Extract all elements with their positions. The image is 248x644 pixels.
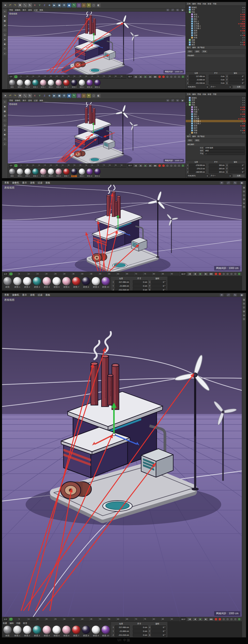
material-swatch[interactable]: 材质.10 — [101, 277, 110, 288]
material-swatch[interactable]: 材质.4 — [40, 168, 47, 177]
visibility-dot[interactable] — [244, 37, 245, 38]
layout-icon[interactable]: ▤ — [243, 298, 245, 301]
attribute-value[interactable]: ✓ — [204, 152, 245, 155]
attribute-value[interactable]: UVW 贴图 — [204, 147, 245, 149]
material-swatch[interactable]: 材质.9 — [79, 168, 85, 177]
camera-icon[interactable]: ▢ — [91, 94, 96, 98]
keyframe-parameter-button[interactable] — [234, 618, 237, 621]
viewport-menu-item[interactable]: 面板 — [45, 181, 50, 185]
points-mode-icon[interactable]: ∴ — [3, 28, 7, 32]
current-frame-field[interactable]: 0 F — [9, 75, 13, 78]
scroll-down-icon[interactable]: ▼ — [243, 205, 245, 208]
viewport-3d[interactable]: 透视视图 网格间距 : 1000 cm — [2, 297, 242, 617]
move-tool-icon[interactable]: ✥ — [18, 3, 22, 7]
viewport-menu-item[interactable]: 过滤 — [34, 99, 37, 102]
snap-icon[interactable]: ◉ — [3, 42, 7, 46]
zoom-view-icon[interactable]: ⤢ — [227, 181, 230, 184]
texture-tag-icon[interactable] — [243, 16, 245, 18]
rotate-tool-icon[interactable]: ↻ — [28, 3, 32, 7]
layers-panel-icon[interactable]: ▥ — [243, 198, 245, 201]
go-to-end-button[interactable]: ▶▶ — [153, 75, 157, 79]
material-swatch[interactable]: 材质.7 — [63, 168, 70, 177]
timeline-ruler[interactable]: 051015202530354045505560657075808590 — [9, 617, 180, 621]
visibility-dot[interactable] — [244, 104, 245, 105]
material-swatch[interactable]: 材质.3 — [32, 168, 39, 177]
render-picture-viewer-icon[interactable]: ▣ — [57, 3, 61, 7]
texture-tag-icon[interactable] — [243, 109, 245, 110]
visibility-dot[interactable] — [242, 111, 243, 112]
visibility-dot[interactable] — [240, 114, 241, 115]
model-mode-icon[interactable]: ◆ — [3, 105, 7, 109]
autokey-button[interactable] — [162, 164, 165, 167]
make-editable-icon[interactable]: ⟡ — [3, 100, 7, 104]
attribute-tab[interactable]: 标签 — [194, 139, 200, 142]
visibility-dot[interactable] — [244, 28, 245, 29]
next-frame-button[interactable]: ▶| — [204, 272, 208, 276]
rotation-field[interactable]: 0 ° — [228, 164, 245, 167]
scale-tool-icon[interactable]: ⤡ — [23, 94, 27, 98]
next-frame-button[interactable]: ▶| — [148, 164, 152, 167]
texture-mode-icon[interactable]: ▦ — [3, 109, 7, 113]
y-axis-lock-button[interactable]: Y — [37, 3, 42, 7]
material-swatch[interactable]: 材质.10 — [86, 168, 93, 177]
material-menu[interactable]: 编辑 — [10, 622, 14, 625]
material-swatch[interactable]: 材质.1 — [17, 79, 23, 88]
keyframe-parameter-button[interactable] — [234, 272, 237, 275]
visibility-dot[interactable] — [240, 118, 241, 119]
coord-mode-select[interactable]: 对象(相对)▾ — [187, 85, 209, 89]
redo-icon[interactable]: ↷ — [13, 94, 17, 98]
viewport-3d[interactable]: 透视视图 网格间距 : 1000 cm — [2, 185, 242, 272]
material-menu[interactable]: 功能 — [16, 622, 20, 625]
visibility-dot[interactable] — [242, 37, 243, 38]
viewport-filter-icon[interactable]: ◒ — [3, 51, 7, 55]
keyframe-position-button[interactable] — [166, 164, 169, 167]
viewport-menu-item[interactable]: 过滤 — [34, 9, 37, 11]
visibility-dot[interactable] — [244, 40, 245, 41]
material-swatch[interactable]: 材质.7 — [72, 277, 81, 288]
visibility-dot[interactable] — [240, 130, 241, 131]
keyframe-scale-button[interactable] — [226, 618, 229, 621]
material-menu[interactable]: 纹理 — [23, 622, 27, 625]
material-swatch[interactable]: 材质.2 — [24, 168, 31, 177]
viewport-menu-item[interactable]: 过滤 — [38, 181, 42, 185]
rotation-field[interactable]: 0 ° — [228, 81, 245, 85]
go-to-start-button[interactable]: |◀ — [134, 164, 138, 167]
zoom-view-icon[interactable]: ⤢ — [227, 294, 230, 296]
visibility-dot[interactable] — [242, 30, 243, 31]
render-view-icon[interactable]: ▶ — [52, 94, 57, 98]
material-swatch[interactable]: 材质.9 — [91, 277, 100, 288]
autokey-button[interactable] — [162, 75, 165, 78]
viewport-menu-item[interactable]: 查看 — [9, 9, 13, 11]
viewport-3d[interactable]: 透视视图 网格间距 : 1000 cm — [8, 102, 185, 163]
visibility-dot[interactable] — [244, 7, 245, 8]
render-settings-icon[interactable]: ⚙ — [62, 3, 66, 7]
visibility-dot[interactable] — [244, 128, 245, 129]
previous-frame-button[interactable]: ◀ — [193, 617, 197, 621]
current-frame-marker[interactable] — [14, 75, 17, 78]
material-swatch[interactable]: 材质.1 — [17, 168, 23, 177]
visibility-dot[interactable] — [242, 102, 243, 103]
end-frame-field[interactable]: 90 F — [127, 75, 133, 78]
z-axis-lock-button[interactable]: Z — [42, 94, 47, 98]
keyframe-parameter-button[interactable] — [177, 164, 181, 167]
position-field[interactable]: -278.039 cm — [189, 164, 206, 167]
visibility-dot[interactable] — [242, 116, 243, 117]
visibility-dot[interactable] — [244, 102, 245, 103]
texture-tag-icon[interactable] — [243, 125, 245, 127]
previous-frame-button[interactable]: ◀ — [193, 272, 197, 276]
size-mode-select[interactable]: 尺寸 +▾ — [210, 85, 231, 89]
polygons-mode-icon[interactable]: ▲ — [3, 37, 7, 41]
visibility-dot[interactable] — [238, 23, 239, 24]
visibility-dot[interactable] — [242, 130, 243, 131]
record-active-objects-button[interactable] — [214, 618, 218, 621]
keyframe-pla-button[interactable] — [238, 272, 241, 275]
current-frame-field[interactable]: 0 F — [3, 272, 8, 276]
material-swatch[interactable]: 材质.3 — [32, 79, 39, 88]
attribute-manager-menu[interactable]: 用户数据 — [197, 46, 205, 49]
position-field[interactable]: -211.018 cm — [115, 288, 130, 290]
rotate-tool-icon[interactable]: ↻ — [28, 94, 32, 98]
subdivision-surface-icon[interactable]: ◻ — [77, 3, 81, 7]
timeline-ruler[interactable]: 051015202530354045505560657075808590 — [9, 272, 180, 276]
material-swatch[interactable]: 材质.1 — [13, 625, 22, 637]
texture-tag-icon[interactable] — [243, 44, 245, 45]
